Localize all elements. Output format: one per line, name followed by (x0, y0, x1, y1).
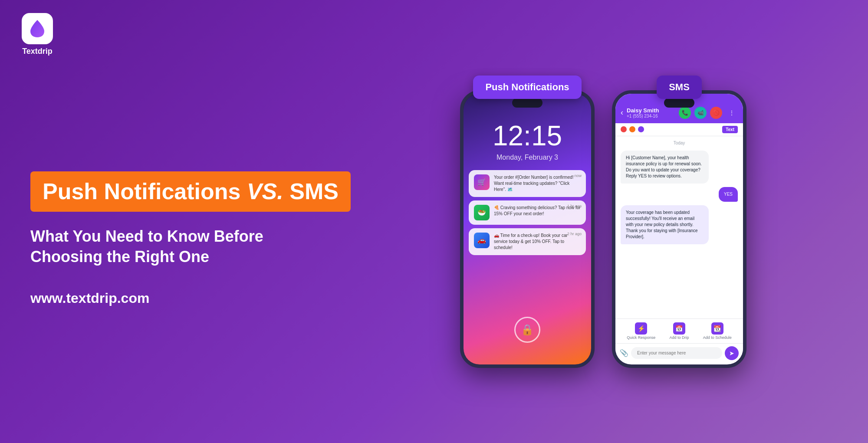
add-schedule-icon: 📆 (711, 322, 723, 335)
phone2-label: SMS (657, 75, 702, 99)
sms-send-button[interactable]: ➤ (725, 346, 739, 360)
notif-text-1: Your order #[Order Number] is confirmed!… (494, 174, 581, 193)
notif-card-3: 🚗 🚗 Time for a check-up! Book your car s… (469, 228, 586, 255)
more-icon[interactable]: ⋮ (726, 107, 738, 119)
logo-box (22, 13, 53, 44)
headline-vs: VS. (247, 179, 283, 204)
phone1-notch (512, 98, 542, 108)
video-icon[interactable]: 📹 (694, 107, 707, 119)
sms-today-label: Today (621, 141, 738, 145)
sms-bottom-actions: ⚡ Quick Response 📅 Add to Drip 📆 Add to … (615, 318, 743, 343)
sms-input-row: 📎 ➤ (615, 343, 743, 363)
subheadline: What You Need to Know BeforeChoosing the… (30, 226, 330, 267)
quick-response-label: Quick Response (627, 335, 655, 340)
add-schedule-btn[interactable]: 📆 Add to Schedule (703, 322, 732, 340)
phone1-wrapper: Push Notifications 12:15 Monday, Februar… (460, 75, 595, 368)
sms-contact-info: Daisy Smith +1 (555) 234-16 (627, 107, 675, 118)
notif-card-2: 🥗 🍕 Craving something delicious? Tap now… (469, 200, 586, 225)
notification-cards: 🛒 Your order #[Order Number] is confirme… (464, 170, 591, 255)
website-url: www.textdrip.com (30, 290, 330, 306)
quick-response-icon: ⚡ (635, 322, 647, 335)
sms-tabs: Text (615, 123, 743, 136)
call-icon[interactable]: 📞 (679, 107, 691, 119)
lock-date: Monday, February 3 (496, 154, 558, 161)
left-section: Push Notifications VS. SMS What You Need… (0, 111, 356, 333)
logo-area: Textdrip (22, 13, 53, 56)
content-wrapper: Push Notifications VS. SMS What You Need… (0, 0, 868, 443)
logo-icon (30, 19, 45, 38)
headline-part2: SMS (283, 179, 339, 204)
notif-time-2: 1 hr ago (567, 204, 582, 208)
notif-time-3: 2 hr ago (567, 232, 582, 236)
title-section: Push Notifications VS. SMS What You Need… (30, 137, 330, 307)
sms-contact-name: Daisy Smith (627, 107, 675, 114)
tab-dot-purple (638, 126, 644, 132)
sms-back-icon[interactable]: ‹ (621, 108, 623, 117)
headline-part1: Push Notifications (43, 179, 247, 204)
add-schedule-label: Add to Schedule (703, 335, 732, 340)
right-section: Push Notifications 12:15 Monday, Februar… (356, 67, 868, 377)
logo-label: Textdrip (22, 47, 53, 56)
phone1-device: 12:15 Monday, February 3 🛒 Your order #[… (460, 90, 595, 368)
phone1-label: Push Notifications (473, 75, 581, 99)
notif-time-1: now (574, 174, 582, 178)
tab-dot-orange (629, 126, 635, 132)
add-drip-icon: 📅 (673, 322, 685, 335)
notif-card-1: 🛒 Your order #[Order Number] is confirme… (469, 170, 586, 197)
lock-icon: 🔒 (514, 317, 540, 343)
sms-tab-text[interactable]: Text (722, 126, 738, 133)
block-icon[interactable]: 🚫 (710, 107, 722, 119)
sms-header-icons: 📞 📹 🚫 ⋮ (679, 107, 738, 119)
sms-bubble-received-1: Hi [Customer Name], your health insuranc… (621, 151, 709, 184)
sms-message-input[interactable] (631, 347, 722, 359)
main-headline: Push Notifications VS. SMS (43, 179, 339, 204)
attachment-icon[interactable]: 📎 (620, 349, 628, 357)
lock-time: 12:15 (493, 120, 562, 152)
phone2-wrapper: SMS ‹ Daisy Smith +1 (555) 234-16 📞 📹 🚫 … (612, 75, 746, 368)
add-drip-label: Add to Drip (669, 335, 689, 340)
sms-messages: Today Hi [Customer Name], your health in… (615, 136, 743, 318)
tab-dot-red (621, 126, 627, 132)
headline-box: Push Notifications VS. SMS (30, 171, 351, 212)
sms-contact-number: +1 (555) 234-16 (627, 114, 675, 118)
sms-bubble-response-1: Your coverage has been updated successfu… (621, 205, 709, 244)
sms-bubble-sent-1: YES (719, 187, 738, 202)
add-drip-btn[interactable]: 📅 Add to Drip (669, 322, 689, 340)
phone2-notch (664, 98, 694, 108)
notif-icon-1: 🛒 (474, 174, 490, 190)
phone2-device: ‹ Daisy Smith +1 (555) 234-16 📞 📹 🚫 ⋮ (612, 90, 746, 368)
notif-icon-2: 🥗 (474, 205, 490, 220)
notif-icon-3: 🚗 (474, 233, 490, 248)
quick-response-btn[interactable]: ⚡ Quick Response (627, 322, 655, 340)
lockscreen: 12:15 Monday, February 3 🛒 Your order #[… (464, 94, 591, 364)
